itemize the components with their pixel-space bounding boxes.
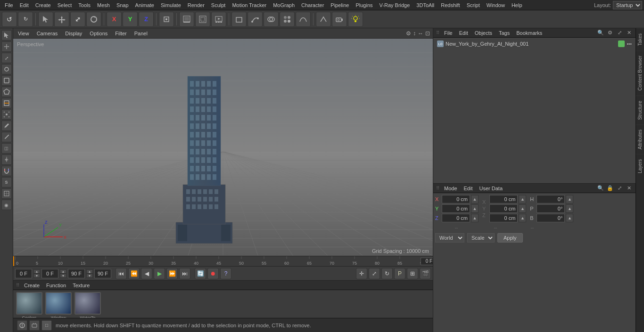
current-frame-input[interactable]: 0 F	[15, 269, 32, 278]
curve-pen-button[interactable]	[248, 12, 263, 27]
tool-material-btn[interactable]: ◉	[1, 200, 12, 210]
z2-input[interactable]	[489, 214, 518, 222]
go-end-button[interactable]: ⏭	[179, 268, 190, 279]
help-button[interactable]: ?	[220, 268, 231, 279]
spline-button[interactable]	[296, 12, 311, 27]
menu-motion-tracker[interactable]: Motion Tracker	[229, 1, 269, 9]
status-icon-3[interactable]: □	[41, 320, 52, 331]
viewport-icon-3[interactable]: ↔	[418, 30, 423, 37]
start-frame-input[interactable]	[41, 269, 58, 278]
menu-window[interactable]: Window	[484, 1, 508, 9]
obj-bookmarks-menu[interactable]: Bookmarks	[514, 29, 544, 37]
y-axis-button[interactable]: Y	[123, 12, 138, 27]
menu-snap[interactable]: Snap	[114, 1, 132, 9]
deformer-button[interactable]	[316, 12, 331, 27]
viewport-cameras-menu[interactable]: Cameras	[35, 30, 60, 37]
y2-input[interactable]	[489, 204, 518, 213]
structure-tab[interactable]: Structure	[636, 96, 644, 125]
viewport-panel-menu[interactable]: Panel	[132, 30, 149, 37]
attr-lock-icon[interactable]: 🔒	[606, 185, 614, 192]
menu-character[interactable]: Character	[298, 1, 327, 9]
h-rot-input[interactable]	[537, 195, 565, 203]
menu-edit[interactable]: Edit	[17, 1, 32, 9]
material-ball-2[interactable]	[74, 292, 101, 315]
timeline-ticks[interactable]: 0 5 10 15 20 25 30 35	[15, 256, 421, 266]
attr-edit-menu[interactable]: Edit	[462, 185, 475, 192]
y-pos-input[interactable]	[442, 204, 470, 213]
render-region-button[interactable]	[195, 12, 210, 27]
viewport-display-menu[interactable]: Display	[63, 30, 84, 37]
tool-polygon-btn[interactable]	[1, 87, 12, 97]
object-row-1[interactable]: L0 New_York_by_Gehry_At_Night_001 •••	[435, 40, 634, 48]
attr-mode-menu[interactable]: Mode	[442, 185, 459, 192]
tool-object-btn[interactable]	[1, 75, 12, 86]
tool-knife-btn[interactable]	[1, 132, 12, 142]
material-create-menu[interactable]: Create	[22, 282, 41, 289]
material-texture-menu[interactable]: Texture	[71, 282, 91, 289]
loop-button[interactable]: 🔄	[195, 268, 206, 279]
render-frame-button[interactable]	[179, 12, 194, 27]
obj-expand-icon[interactable]: ⤢	[616, 29, 623, 37]
render-view-btn[interactable]: 🎬	[420, 268, 431, 279]
object-mode-button[interactable]	[159, 12, 174, 27]
menu-tools[interactable]: Tools	[75, 1, 93, 9]
p-rot-input[interactable]	[537, 204, 565, 213]
step-forward-button[interactable]: ⏩	[166, 268, 178, 279]
tool-edge-btn[interactable]	[1, 98, 12, 108]
start-frame-down[interactable]: ▼	[60, 274, 66, 278]
tool-brush-btn[interactable]	[1, 121, 12, 131]
y2-arrow[interactable]: ▲	[519, 204, 526, 213]
menu-animate[interactable]: Animate	[132, 1, 157, 9]
grid-btn[interactable]: ⊞	[407, 268, 418, 279]
menu-vray[interactable]: V-Ray Bridge	[377, 1, 413, 9]
layout-dropdown[interactable]: Startup	[613, 1, 642, 9]
obj-settings-icon[interactable]: ⚙	[606, 29, 614, 37]
menu-script[interactable]: Script	[464, 1, 483, 9]
apply-button[interactable]: Apply	[497, 233, 523, 243]
obj-close-icon[interactable]: ✕	[625, 29, 633, 37]
go-start-button[interactable]: ⏮	[116, 268, 127, 279]
viewport-options-menu[interactable]: Options	[88, 30, 109, 37]
obj-tags-menu[interactable]: Tags	[497, 29, 512, 37]
timeline-end-frame-input[interactable]	[421, 258, 433, 265]
material-ball-1[interactable]	[45, 292, 72, 315]
frame-down-btn[interactable]: ▼	[33, 274, 40, 278]
menu-redshift[interactable]: Redshift	[438, 1, 462, 9]
attr-expand-icon[interactable]: ⤢	[616, 185, 623, 192]
menu-file[interactable]: File	[2, 1, 16, 9]
obj-manager-body[interactable]: L0 New_York_by_Gehry_At_Night_001 •••	[433, 38, 636, 183]
end-frame-up[interactable]: ▲	[86, 269, 93, 274]
attr-search-icon[interactable]: 🔍	[597, 185, 604, 192]
x2-arrow[interactable]: ▲	[519, 195, 526, 203]
menu-plugins[interactable]: Plugins	[353, 1, 375, 9]
undo-button[interactable]: ↺	[2, 12, 17, 27]
z-pos-input[interactable]	[442, 214, 470, 222]
obj-edit-menu[interactable]: Edit	[457, 29, 470, 37]
menu-render[interactable]: Render	[185, 1, 207, 9]
redo-button[interactable]: ↻	[18, 12, 33, 27]
end-frame-down[interactable]: ▼	[86, 274, 93, 278]
tool-scale-btn[interactable]: ⤢	[1, 53, 12, 63]
tool-subdivide-btn[interactable]	[1, 188, 12, 199]
obj-objects-menu[interactable]: Objects	[473, 29, 494, 37]
record-button[interactable]: ⏺	[207, 268, 219, 279]
material-ball-0[interactable]	[16, 292, 42, 315]
menu-sculpt[interactable]: Sculpt	[208, 1, 229, 9]
viewport-filter-menu[interactable]: Filter	[113, 30, 128, 37]
attr-close-icon[interactable]: ✕	[625, 185, 633, 192]
material-item-0[interactable]: Coolers	[16, 292, 42, 320]
start-frame-up[interactable]: ▲	[60, 269, 66, 274]
viewport-maximize[interactable]: ⊡	[425, 30, 430, 37]
step-back-button[interactable]: ⏪	[128, 268, 140, 279]
play-back-button[interactable]: ◀	[141, 268, 152, 279]
3d-viewport[interactable]: Y X Z Perspective Grid Spacing : 10000 c…	[13, 39, 433, 256]
p-rot-arrow[interactable]: ▲	[566, 204, 573, 213]
viewport-icon-1[interactable]: ⚙	[406, 30, 411, 37]
scale-tool-button[interactable]: ⤢	[70, 12, 85, 27]
timeline-ruler[interactable]: 0 5 10 15 20 25 30 35	[13, 256, 433, 266]
takes-tab[interactable]: Takes	[636, 28, 644, 50]
cloner-button[interactable]	[280, 12, 295, 27]
x-pos-arrow[interactable]: ▲	[471, 195, 479, 203]
tool-symmetry-btn[interactable]	[1, 154, 12, 165]
attributes-tab[interactable]: Attributes	[636, 124, 644, 154]
